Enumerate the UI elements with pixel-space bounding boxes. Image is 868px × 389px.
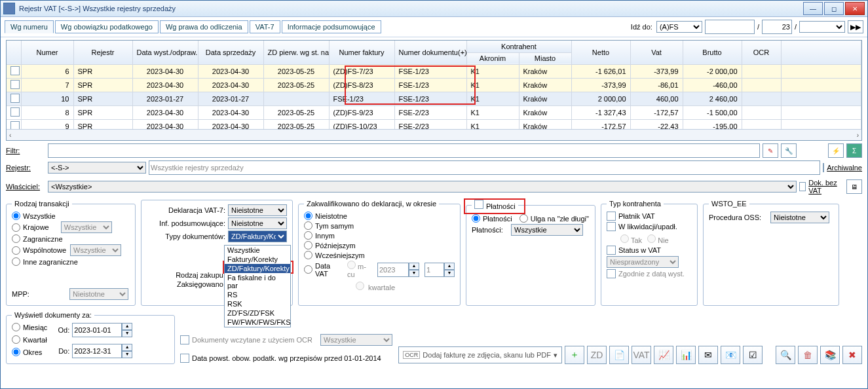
tab-vat7[interactable]: VAT-7: [250, 20, 280, 33]
tool-chart-button[interactable]: 📈: [654, 346, 673, 364]
col-netto[interactable]: Netto: [571, 41, 630, 64]
tab-wg-obowiazku[interactable]: Wg obowiązku podatkowego: [55, 20, 159, 33]
add-button[interactable]: ＋: [565, 346, 584, 364]
typy-opt-3[interactable]: Fa fiskalne i do par: [225, 273, 290, 290]
tool-check-button[interactable]: ☑: [743, 346, 763, 364]
mpp-select[interactable]: Nieistotne: [69, 288, 128, 300]
table-row[interactable]: 9SPR2023-04-302023-04-302023-05-25(ZD)FS…: [7, 119, 861, 129]
typy-opt-4[interactable]: RS: [225, 290, 290, 299]
tool-export-button[interactable]: 📊: [676, 346, 696, 364]
goto-field-1[interactable]: [705, 20, 755, 34]
tab-wg-prawa[interactable]: Wg prawa do odliczenia: [160, 20, 248, 33]
filter-input[interactable]: [48, 143, 760, 158]
col-datasp[interactable]: Data sprzedaży: [198, 41, 263, 64]
dz-miesiac[interactable]: Miesiąc: [12, 323, 47, 331]
ocr-drop-bar[interactable]: OCR Dodaj fakturę ze zdjęcia, skanu lub …: [398, 346, 562, 363]
zk-rok[interactable]: [377, 263, 409, 277]
row-checkbox[interactable]: [10, 121, 20, 130]
tool-zd-button[interactable]: ZD: [587, 346, 607, 364]
col-ocr[interactable]: OCR: [742, 41, 781, 64]
maximize-button[interactable]: ◻: [824, 2, 844, 15]
ocr-select[interactable]: Wszystkie: [320, 334, 392, 346]
proc-select[interactable]: Nieistotne: [770, 212, 829, 223]
table-row[interactable]: 6SPR2023-04-302023-04-302023-05-25(ZD)FS…: [7, 64, 861, 78]
tool-mail-button[interactable]: 📧: [721, 346, 740, 364]
typy-opt-2[interactable]: ZD/Faktury/Korekty: [225, 264, 290, 273]
zk-tymsamym[interactable]: Tym samym: [304, 221, 455, 230]
tool-vat-button[interactable]: VAT: [632, 346, 651, 364]
pl-platnosci[interactable]: Płatności Ulga na "złe długi": [472, 214, 590, 223]
goto-go-button[interactable]: ▶▶: [848, 20, 863, 33]
books-button[interactable]: 📚: [820, 346, 840, 364]
col-brutto[interactable]: Brutto: [683, 41, 742, 64]
rt-krajowe-select[interactable]: Wszystkie: [61, 221, 112, 233]
typy-opt-5[interactable]: RSK: [225, 299, 290, 308]
typy-opt-1[interactable]: Faktury/Korekty: [225, 255, 290, 264]
scroll-right-icon[interactable]: ›: [857, 132, 859, 139]
col-vat[interactable]: Vat: [630, 41, 683, 64]
ocr-check[interactable]: Dokumenty wczytane z użyciem OCR Wszystk…: [180, 334, 392, 346]
col-datawy[interactable]: Data wyst./odpraw.: [132, 41, 198, 64]
typy-opt-6[interactable]: ZD'FS/ZD'FSK: [225, 308, 290, 318]
tk-zgodnie[interactable]: Zgodnie z datą wyst.: [607, 269, 692, 278]
zk-nr[interactable]: [425, 263, 444, 277]
filter-edit-button[interactable]: ✎: [763, 143, 778, 158]
grid-scrollbar[interactable]: ‹ ›: [7, 129, 861, 140]
tk-platnik[interactable]: Płatnik VAT: [607, 212, 692, 221]
close-button[interactable]: ✕: [845, 2, 865, 15]
col-numdok[interactable]: Numer dokumentu(+): [394, 41, 466, 64]
goto-num-field[interactable]: [762, 20, 792, 34]
typy-dropdown[interactable]: Wszystkie Faktury/Korekty ZD/Faktury/Kor…: [224, 245, 291, 327]
close-panel-button[interactable]: ✖: [842, 346, 862, 364]
col-akronim[interactable]: Akronim: [466, 52, 519, 64]
col-kontrahent[interactable]: Kontrahent: [466, 41, 571, 52]
col-numer[interactable]: Numer: [21, 41, 73, 64]
filter-sigma-button[interactable]: Σ: [846, 143, 862, 158]
rt-wszystkie[interactable]: Wszystkie: [12, 212, 130, 220]
rt-krajowe[interactable]: Krajowe Wszystkie: [12, 221, 130, 233]
tab-wg-numeru[interactable]: Wg numeru: [5, 20, 54, 33]
rt-wspolnotowe[interactable]: Wspólnotowe Wszystkie: [12, 244, 130, 256]
dekl-select[interactable]: Nieistotne: [228, 204, 287, 216]
row-checkbox[interactable]: [10, 94, 20, 103]
col-checkbox[interactable]: [7, 41, 21, 64]
rejestr-select[interactable]: <-S->: [48, 162, 146, 174]
table-row[interactable]: 7SPR2023-04-302023-04-302023-05-25(ZD)FS…: [7, 78, 861, 92]
inf-select[interactable]: Nieistotne: [228, 217, 287, 229]
delete-button[interactable]: 🗑: [798, 346, 818, 364]
datapowst-check[interactable]: Data powst. obow. podatk. wg przepisów p…: [180, 354, 392, 363]
filter-tool-button[interactable]: 🔧: [781, 143, 797, 158]
zk-datavat[interactable]: Data VAT m-cu ▲▼ ▲▼: [304, 261, 455, 278]
search-button[interactable]: 🔍: [776, 346, 795, 364]
owner-select[interactable]: <Wszystkie>: [48, 181, 797, 193]
col-rejestr[interactable]: Rejestr: [73, 41, 132, 64]
col-miasto[interactable]: Miasto: [519, 52, 571, 64]
od-input[interactable]: [72, 323, 122, 337]
col-numfak[interactable]: Numer faktury: [329, 41, 394, 64]
minimize-button[interactable]: —: [803, 2, 823, 15]
rt-zagraniczne[interactable]: Zagraniczne: [12, 234, 130, 243]
row-checkbox[interactable]: [10, 80, 20, 89]
tool-doc-button[interactable]: 📄: [609, 346, 629, 364]
col-zdpier[interactable]: ZD pierw. wg st. na dzień: [263, 41, 329, 64]
tk-status[interactable]: Status w VAT: [607, 246, 692, 255]
row-checkbox[interactable]: [10, 66, 20, 75]
zk-innym[interactable]: Innym: [304, 231, 455, 240]
owner-tool-button[interactable]: 🖥: [846, 179, 862, 194]
scroll-left-icon[interactable]: ‹: [9, 132, 11, 139]
tool-send-button[interactable]: ✉: [698, 346, 718, 364]
tab-informacje[interactable]: Informacje podsumowujące: [282, 20, 381, 33]
dz-okres[interactable]: Okres: [12, 348, 47, 356]
filter-flash-button[interactable]: ⚡: [828, 143, 844, 158]
goto-type-select[interactable]: (A)FS: [656, 21, 702, 33]
typy-opt-0[interactable]: Wszystkie: [225, 246, 290, 255]
archiwalne-check[interactable]: Archiwalne: [823, 163, 862, 172]
tk-wlikw[interactable]: W likwidacji/upadł.: [607, 222, 692, 231]
rt-wspolnotowe-select[interactable]: Wszystkie: [70, 244, 121, 256]
zk-nieistotne[interactable]: Nieistotne: [304, 212, 455, 220]
zk-wczesniejszym[interactable]: Wcześniejszym: [304, 251, 455, 259]
table-row[interactable]: 8SPR2023-04-302023-04-302023-05-25(ZD)FS…: [7, 105, 861, 119]
zk-pozniejszym[interactable]: Późniejszym: [304, 241, 455, 250]
rt-innezag[interactable]: Inne zagraniczne: [12, 257, 130, 266]
typy-opt-7[interactable]: FW/FWK/FWS/FKS: [225, 318, 290, 327]
